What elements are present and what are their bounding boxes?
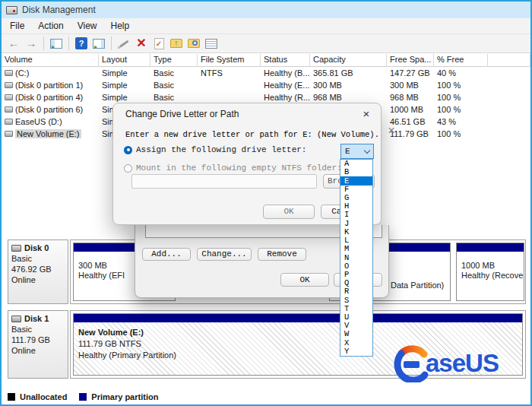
- volume-icon: [5, 119, 13, 125]
- legend-unallocated: Unallocated: [8, 392, 67, 401]
- disk-state: Online: [11, 345, 65, 356]
- status-cell: Healthy (E...: [261, 79, 310, 91]
- change-button[interactable]: Change...: [197, 248, 252, 261]
- toolbar: ← → ? ✕ ✓ ↑: [2, 33, 530, 53]
- dialog-prompt: Enter a new drive letter or path for E: …: [125, 130, 379, 139]
- help-icon[interactable]: ?: [74, 36, 89, 51]
- table-row[interactable]: (Disk 0 partition 1)SimpleBasicHealthy (…: [2, 79, 530, 91]
- mount-folder-radio[interactable]: Mount in the following empty NTFS folder…: [124, 163, 342, 173]
- partition-line: 1000 MB: [461, 261, 524, 271]
- type-cell: Basic: [150, 79, 198, 91]
- volume-icon: [5, 106, 13, 113]
- drive-letter-option[interactable]: W: [340, 330, 372, 338]
- disk-state: Online: [11, 274, 65, 285]
- column-header[interactable]: Capacity: [310, 54, 387, 67]
- menu-file[interactable]: File: [3, 18, 31, 33]
- assign-letter-radio[interactable]: Assign the following drive letter:: [124, 145, 306, 154]
- toolbar-separator: [68, 36, 69, 50]
- type-cell: Basic: [150, 91, 198, 103]
- delete-icon[interactable]: ✕: [134, 36, 149, 51]
- status-cell: Healthy (B...: [261, 67, 310, 79]
- column-header[interactable]: Status: [261, 54, 310, 67]
- volume-cell: (C:): [2, 67, 99, 79]
- volume-name: (C:): [15, 68, 29, 78]
- menu-action[interactable]: Action: [31, 18, 70, 33]
- volume-cell: (Disk 0 partition 1): [2, 79, 99, 91]
- legend-primary-partition: Primary partition: [79, 392, 158, 401]
- percentfree-cell: 100 %: [434, 128, 488, 140]
- paths-ok-button[interactable]: OK: [280, 273, 329, 287]
- layout-cell: Simple: [99, 91, 150, 103]
- table-row[interactable]: (C:)SimpleBasicNTFSHealthy (B...365.81 G…: [2, 67, 530, 79]
- disk-size: 111.79 GB: [11, 335, 65, 345]
- status-cell: Healthy (R...: [261, 91, 310, 103]
- column-header[interactable]: Layout: [99, 54, 150, 67]
- column-header-blank: [488, 54, 530, 67]
- drive-letter-option[interactable]: M: [340, 245, 372, 253]
- check-icon[interactable]: ✓: [151, 36, 166, 51]
- toolbar-separator: [43, 36, 44, 50]
- toolbar-separator: [111, 36, 112, 50]
- percentfree-cell: 100 %: [434, 91, 488, 103]
- disk-management-icon: [6, 6, 17, 14]
- paths-dialog-close-icon[interactable]: ×: [383, 123, 400, 140]
- volume-name: New Volume (E:): [15, 129, 81, 138]
- volume-cell: (Disk 0 partition 4): [2, 91, 99, 103]
- partition-block-recovery[interactable]: 1000 MB Healthy (Recove: [456, 243, 524, 301]
- capacity-cell: 968 MB: [310, 91, 387, 103]
- volume-name: (Disk 0 partition 1): [15, 81, 83, 90]
- ok-button[interactable]: OK: [263, 205, 315, 219]
- drive-letter-option[interactable]: R: [340, 287, 372, 296]
- titlebar: Disk Management: [2, 2, 530, 18]
- freespace-cell: 968 MB: [387, 91, 434, 103]
- disk-name: Disk 0: [24, 243, 49, 253]
- mount-folder-label: Mount in the following empty NTFS folder…: [136, 163, 342, 173]
- console-tree-icon[interactable]: [49, 36, 64, 51]
- menu-view[interactable]: View: [71, 18, 104, 33]
- capacity-cell: 365.81 GB: [310, 67, 387, 79]
- filesystem-cell: [198, 79, 261, 91]
- tools-icon[interactable]: [116, 36, 131, 51]
- volume-cell: EaseUS (D:): [2, 116, 99, 128]
- menu-help[interactable]: Help: [104, 18, 137, 33]
- drive-letter-option[interactable]: N: [340, 253, 372, 262]
- column-header[interactable]: Free Spa...: [387, 54, 434, 67]
- disk0-panel[interactable]: Disk 0 Basic 476.92 GB Online: [8, 239, 68, 304]
- drive-letter-option[interactable]: E: [340, 176, 372, 185]
- action-pane-icon[interactable]: [91, 36, 106, 51]
- add-button[interactable]: Add...: [142, 248, 191, 261]
- forward-icon[interactable]: →: [24, 36, 39, 51]
- drive-letter-option[interactable]: B: [340, 168, 372, 176]
- volume-icon: [5, 70, 13, 76]
- dialog-title: Change Drive Letter or Path: [125, 109, 239, 119]
- properties-icon[interactable]: [204, 36, 219, 51]
- folder-up-icon[interactable]: ↑: [169, 36, 184, 51]
- table-row[interactable]: (Disk 0 partition 4)SimpleBasicHealthy (…: [2, 91, 530, 103]
- volume-name: (Disk 0 partition 4): [15, 93, 83, 102]
- partition-stripe: [457, 243, 524, 252]
- radio-unselected-icon: [124, 164, 132, 173]
- percentfree-cell: 100 %: [434, 103, 488, 116]
- disk-kind: Basic: [11, 253, 65, 264]
- volume-icon: [5, 94, 13, 100]
- column-header[interactable]: Type: [150, 54, 198, 67]
- freespace-cell: 147.27 GB: [387, 67, 434, 79]
- disk1-panel[interactable]: Disk 1 Basic 111.79 GB Online: [8, 310, 68, 379]
- drive-letter-combo[interactable]: E: [340, 144, 374, 159]
- filesystem-cell: [198, 91, 261, 103]
- column-header[interactable]: Volume: [2, 54, 99, 67]
- folder-search-icon[interactable]: [186, 36, 201, 51]
- drive-letter-option[interactable]: I: [340, 211, 372, 219]
- capacity-cell: 300 MB: [310, 79, 387, 91]
- layout-cell: Simple: [99, 79, 150, 91]
- radio-selected-icon: [124, 146, 132, 154]
- volume-icon: [5, 131, 13, 137]
- close-icon[interactable]: ×: [358, 106, 375, 122]
- column-header[interactable]: File System: [198, 54, 261, 67]
- back-icon[interactable]: ←: [6, 36, 21, 51]
- drive-letter-option[interactable]: Y: [340, 347, 372, 356]
- disk-icon: [11, 245, 21, 252]
- column-header[interactable]: % Free: [434, 54, 488, 67]
- remove-button[interactable]: Remove: [258, 248, 306, 261]
- mount-path-input[interactable]: [131, 174, 317, 189]
